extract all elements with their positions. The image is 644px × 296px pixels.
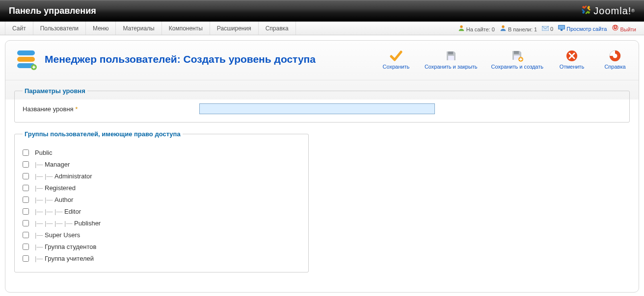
svg-rect-13 [17, 57, 35, 62]
svg-point-5 [502, 25, 504, 27]
group-checkbox[interactable] [23, 232, 29, 238]
svg-rect-16 [448, 51, 453, 54]
tree-indent-icon: |— [35, 184, 45, 192]
group-checkbox[interactable] [23, 255, 29, 262]
group-checkbox[interactable] [23, 149, 29, 156]
group-label: Super Users [45, 231, 80, 239]
toolbar-help[interactable]: Справка [600, 49, 630, 70]
status-inpanel: В панели: 1 [500, 25, 537, 32]
group-label: Public [35, 149, 52, 156]
group-checkbox[interactable] [23, 197, 29, 203]
legend-groups: Группы пользователей, имеющие право дост… [23, 130, 183, 138]
group-label: Группа студентов [45, 243, 96, 250]
group-checkbox[interactable] [23, 208, 29, 215]
check-icon [389, 49, 403, 63]
tree-indent-icon: |— [35, 220, 45, 227]
legend-level: Параметры уровня [23, 87, 87, 95]
menu-menu[interactable]: Меню [86, 22, 116, 35]
tree-indent-icon: |— [45, 196, 54, 203]
svg-point-2 [588, 11, 590, 13]
link-view-site[interactable]: Просмотр сайта [558, 25, 607, 32]
tree-indent-icon: |— [35, 196, 45, 203]
floppy-icon [444, 49, 458, 63]
svg-rect-8 [559, 25, 564, 29]
group-row: Public [23, 147, 300, 158]
toolbar: Сохранить Сохранить и закрыть Сохранить … [381, 49, 630, 70]
group-checkbox[interactable] [23, 161, 29, 168]
tree-indent-icon: |— [45, 208, 54, 215]
menu-site[interactable]: Сайт [5, 22, 33, 35]
group-checkbox[interactable] [23, 185, 29, 191]
tree-indent-icon: |— [54, 208, 64, 215]
svg-rect-12 [17, 50, 35, 55]
floppy-plus-icon [510, 49, 524, 63]
status-onsite: На сайте: 0 [458, 25, 495, 32]
monitor-icon [558, 25, 565, 31]
status-messages[interactable]: 0 [542, 25, 553, 32]
joomla-icon [581, 4, 591, 18]
svg-point-4 [460, 25, 462, 27]
toolbar-save-close[interactable]: Сохранить и закрыть [425, 49, 478, 70]
users-front-icon [458, 25, 465, 31]
group-row: |—Manager [23, 158, 300, 170]
group-label: Manager [45, 161, 70, 168]
menu-extensions[interactable]: Расширения [210, 22, 259, 35]
main-panel: Менеджер пользователей: Создать уровень … [5, 40, 639, 293]
main-menu: Сайт Пользователи Меню Материалы Компоне… [0, 22, 644, 35]
toolbar-cancel[interactable]: Отменить [557, 49, 587, 70]
group-label: Editor [64, 208, 81, 215]
group-checkbox[interactable] [23, 220, 29, 226]
tree-indent-icon: |— [35, 173, 45, 180]
tree-indent-icon: |— [45, 173, 54, 180]
link-logout[interactable]: Выйти [612, 25, 636, 32]
group-checkbox[interactable] [23, 173, 29, 179]
tree-indent-icon: |— [54, 220, 64, 227]
tree-indent-icon: |— [35, 255, 45, 262]
cancel-icon [565, 49, 579, 63]
svg-point-3 [583, 11, 585, 13]
fieldset-level: Параметры уровня Название уровня * [14, 87, 630, 123]
svg-point-23 [613, 54, 617, 58]
label-level-name: Название уровня * [23, 105, 199, 113]
tree-indent-icon: |— [35, 231, 45, 239]
group-checkbox[interactable] [23, 244, 29, 250]
menu-right: На сайте: 0 В панели: 1 0 Просмотр сайта [458, 22, 639, 35]
group-label: Registered [45, 184, 76, 192]
group-row: |—|—|—|—Publisher [23, 217, 300, 229]
menu-components[interactable]: Компоненты [162, 22, 210, 35]
tree-indent-icon: |— [35, 208, 45, 215]
input-level-name[interactable] [199, 103, 435, 114]
users-admin-icon [500, 25, 507, 31]
menu-users[interactable]: Пользователи [33, 22, 86, 35]
app-title: Панель управления [9, 6, 96, 16]
group-row: |—|—Administrator [23, 170, 300, 182]
group-row: |—Группа учителей [23, 252, 300, 264]
toolbar-save[interactable]: Сохранить [381, 49, 411, 70]
user-levels-icon [14, 48, 38, 71]
tree-indent-icon: |— [35, 161, 45, 168]
svg-point-1 [588, 6, 590, 8]
toolbar-save-new[interactable]: Сохранить и создать [491, 49, 543, 70]
required-asterisk: * [75, 105, 78, 113]
group-row: |—Super Users [23, 229, 300, 241]
svg-rect-9 [561, 29, 563, 31]
svg-rect-11 [615, 26, 616, 28]
menu-help[interactable]: Справка [259, 22, 296, 35]
title-bar: Панель управления Joomla!® [0, 0, 644, 22]
svg-rect-17 [448, 56, 454, 60]
group-row: |—|—Author [23, 194, 300, 205]
mail-icon [542, 25, 549, 32]
group-label: Administrator [54, 173, 92, 180]
menu-left: Сайт Пользователи Меню Материалы Компоне… [5, 22, 296, 35]
page-title: Менеджер пользователей: Создать уровень … [45, 53, 316, 65]
group-label: Publisher [74, 220, 101, 227]
tree-indent-icon: |— [45, 220, 54, 227]
tree-indent-icon: |— [35, 243, 45, 250]
fieldset-groups: Группы пользователей, имеющие право дост… [14, 130, 309, 272]
help-icon [608, 49, 622, 63]
menu-content[interactable]: Материалы [116, 22, 161, 35]
group-row: |—Registered [23, 182, 300, 194]
group-label: Группа учителей [45, 255, 94, 262]
svg-point-0 [583, 6, 585, 8]
group-row: |—Группа студентов [23, 241, 300, 252]
